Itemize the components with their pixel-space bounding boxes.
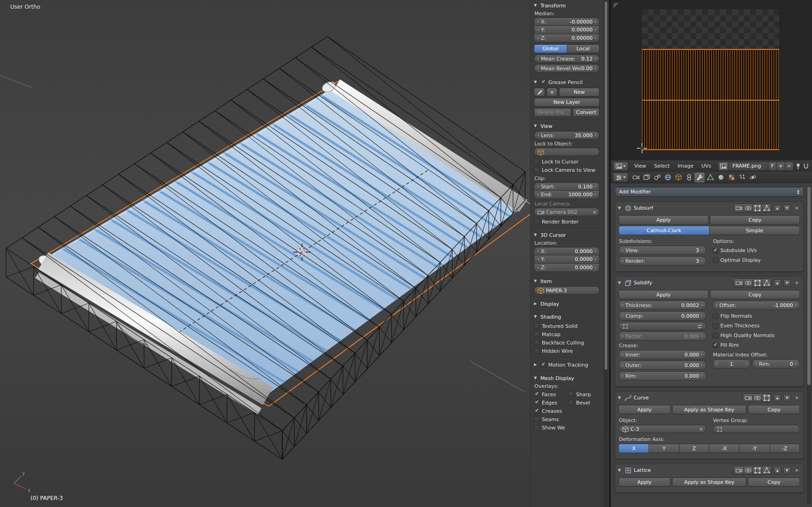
bevel-checkbox[interactable]: Bevel (568, 398, 600, 407)
modifier-header[interactable]: Solidify ▲ ▼ (615, 277, 803, 289)
stepper-decrease-icon[interactable] (621, 303, 624, 308)
offset-field[interactable]: Offset:-1.0000 (713, 301, 800, 310)
editor-type-button[interactable] (613, 173, 628, 182)
high-quality-normals-checkbox[interactable]: High Quality Normals (713, 331, 800, 340)
hidden-wire-checkbox[interactable]: Hidden Wire (534, 347, 600, 355)
editor-type-button[interactable] (613, 162, 628, 171)
collapse-triangle-icon[interactable] (618, 206, 622, 210)
stepper-increase-icon[interactable] (594, 193, 597, 197)
stepper-decrease-icon[interactable] (536, 56, 540, 61)
fill-rim-checkbox[interactable]: Fill Rim (713, 340, 800, 350)
panel-header-display[interactable]: Display (534, 300, 600, 308)
axis-z-button[interactable]: Z (679, 444, 709, 453)
render-toggle-icon[interactable] (734, 279, 743, 287)
n-panel-scrollbar[interactable] (603, 0, 609, 507)
lock-camera-checkbox[interactable]: Lock Camera to View (534, 166, 600, 174)
stepper-decrease-icon[interactable] (621, 314, 624, 318)
stepper-decrease-icon[interactable] (621, 334, 624, 338)
move-modifier-down-button[interactable]: ▼ (783, 467, 791, 474)
cursor-z-field[interactable]: Z:0.0000 (534, 264, 600, 272)
vertex-group-field[interactable] (618, 322, 706, 330)
tab-material[interactable] (716, 173, 726, 182)
stepper-increase-icon[interactable] (594, 266, 597, 270)
matcap-checkbox[interactable]: Matcap (534, 330, 600, 338)
catmull-clark-button[interactable]: Catmull-Clark (618, 226, 709, 235)
edit-mode-toggle-icon[interactable] (762, 394, 771, 402)
simple-button[interactable]: Simple (709, 226, 800, 235)
new-layer-button[interactable]: New Layer (534, 98, 600, 107)
edit-mode-toggle-icon[interactable] (752, 466, 762, 474)
stepper-increase-icon[interactable] (700, 248, 704, 253)
modifier-header[interactable]: Subsurf ▲ ▼ (615, 202, 803, 214)
scrollbar-thumb[interactable] (604, 1, 608, 370)
unlink-camera-icon[interactable] (593, 209, 596, 215)
lens-field[interactable]: Lens:35.000 (534, 131, 600, 139)
properties-scrollbar[interactable] (807, 186, 811, 504)
menu-image[interactable]: Image (674, 160, 697, 172)
median-z-field[interactable]: Z:0.00000 (534, 34, 600, 42)
panel-header-shading[interactable]: Shading (534, 313, 600, 320)
menu-view[interactable]: View (630, 160, 650, 172)
curve-object-field[interactable]: C-3 (618, 425, 706, 433)
apply-as-shape-key-button[interactable]: Apply as Shape Key (672, 477, 747, 487)
copy-button[interactable]: Copy (748, 405, 800, 414)
sharp-checkbox[interactable]: Sharp (568, 390, 600, 398)
textured-solid-checkbox[interactable]: Textured Solid (534, 322, 600, 330)
paper-object[interactable] (31, 79, 538, 415)
stepper-decrease-icon[interactable] (715, 303, 719, 308)
modifier-header[interactable]: Lattice ▲ ▼ (615, 465, 803, 476)
delete-modifier-button[interactable] (793, 467, 800, 473)
move-modifier-down-button[interactable]: ▼ (783, 279, 791, 287)
tab-render-layers[interactable] (642, 173, 651, 182)
stepper-increase-icon[interactable] (594, 184, 597, 189)
tab-particles[interactable] (737, 173, 747, 182)
snap-icon[interactable] (802, 162, 810, 171)
collapse-triangle-icon[interactable] (618, 469, 622, 472)
subsurf-view-field[interactable]: View:3 (618, 246, 706, 255)
stepper-increase-icon[interactable] (700, 314, 704, 318)
move-modifier-down-button[interactable]: ▼ (783, 205, 791, 212)
collapse-triangle-icon[interactable] (618, 396, 622, 400)
global-button[interactable]: Global (534, 44, 567, 53)
tab-object[interactable] (673, 173, 683, 182)
grease-new-button[interactable]: New (559, 88, 600, 97)
scrollbar-thumb[interactable] (807, 187, 811, 385)
tab-modifiers[interactable] (695, 173, 704, 182)
viewport-canvas[interactable]: x y (0, 0, 609, 507)
stepper-increase-icon[interactable] (594, 19, 597, 24)
material-offset-field[interactable]: 1 (713, 359, 751, 368)
stepper-decrease-icon[interactable] (621, 248, 624, 253)
render-border-checkbox[interactable]: Render Border (534, 217, 600, 226)
tab-world[interactable] (663, 173, 673, 182)
stepper-decrease-icon[interactable] (536, 66, 540, 71)
stepper-decrease-icon[interactable] (536, 249, 540, 254)
thickness-field[interactable]: Thickness:0.0002 (618, 301, 706, 310)
panel-header-motion-tracking[interactable]: Motion Tracking (534, 361, 600, 369)
faces-checkbox[interactable]: Faces (534, 390, 565, 398)
copy-button[interactable]: Copy (748, 477, 800, 487)
delete-modifier-button[interactable] (793, 205, 800, 211)
delete-modifier-button[interactable] (793, 395, 800, 401)
lock-to-cursor-checkbox[interactable]: Lock to Cursor (534, 157, 600, 166)
apply-button[interactable]: Apply (618, 405, 671, 414)
panel-header-mesh-display[interactable]: Mesh Display (534, 374, 600, 382)
factor-field[interactable]: Factor:0.000 (618, 332, 706, 341)
stepper-decrease-icon[interactable] (621, 374, 624, 378)
edges-checkbox[interactable]: Edges (534, 398, 565, 407)
move-modifier-up-button[interactable]: ▲ (774, 394, 781, 402)
viewport-visibility-toggle-icon[interactable] (743, 466, 752, 474)
cage-toggle-icon[interactable] (762, 279, 771, 287)
stepper-increase-icon[interactable] (794, 362, 798, 366)
tab-object-data[interactable] (705, 173, 715, 182)
delete-frame-button[interactable]: Delete Fra... (534, 108, 571, 117)
unlink-image-button[interactable] (785, 162, 794, 171)
stepper-increase-icon[interactable] (794, 303, 798, 308)
show-weights-checkbox[interactable]: Show Weights (534, 423, 565, 432)
cage-toggle-icon[interactable] (762, 466, 771, 474)
viewport-visibility-toggle-icon[interactable] (752, 394, 762, 402)
crease-inner-field[interactable]: Inner:0.000 (618, 350, 706, 359)
crease-rim-field[interactable]: Rim:0.000 (618, 371, 706, 380)
panel-header-3d-cursor[interactable]: 3D Cursor (534, 231, 600, 239)
grease-pencil-checkbox[interactable] (540, 79, 546, 85)
stepper-decrease-icon[interactable] (536, 266, 540, 270)
